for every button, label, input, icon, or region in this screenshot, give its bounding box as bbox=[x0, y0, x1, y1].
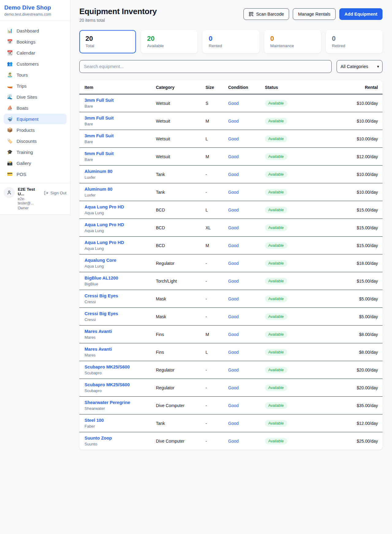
sidebar-item[interactable]: 🏷️ Discounts bbox=[4, 136, 66, 146]
add-equipment-label: Add Equipment bbox=[345, 12, 377, 17]
manage-rentals-label: Manage Rentals bbox=[298, 12, 330, 17]
condition-cell: Good bbox=[228, 222, 265, 234]
sign-out-button[interactable]: Sign Out bbox=[44, 191, 66, 195]
condition-link[interactable]: Good bbox=[228, 296, 239, 301]
add-equipment-button[interactable]: Add Equipment bbox=[339, 8, 383, 20]
stat-label: Total bbox=[85, 44, 130, 48]
table-row: Scubapro MK25/S600 Scubapro Regulator - … bbox=[79, 361, 383, 379]
sidebar-item-icon: 📊 bbox=[7, 28, 13, 33]
category-cell: Wetsuit bbox=[156, 133, 205, 145]
item-brand: Bare bbox=[85, 139, 156, 144]
condition-link[interactable]: Good bbox=[228, 119, 239, 124]
category-select[interactable]: All Categories bbox=[337, 60, 383, 73]
table-row: Aluminum 80 Luxfer Tank - Good Available… bbox=[79, 166, 383, 183]
sidebar-item[interactable]: 🌊 Dive Sites bbox=[4, 92, 66, 102]
item-name-link[interactable]: Aqua Lung Pro HD bbox=[85, 222, 156, 227]
item-cell: Mares Avanti Mares bbox=[79, 326, 156, 343]
category-cell: Wetsuit bbox=[156, 115, 205, 127]
condition-link[interactable]: Good bbox=[228, 368, 239, 372]
condition-link[interactable]: Good bbox=[228, 225, 239, 230]
status-badge: Available bbox=[265, 207, 287, 213]
brand-title[interactable]: Demo Dive Shop bbox=[4, 4, 66, 11]
stat-card[interactable]: 0 Maintenance bbox=[264, 30, 321, 53]
condition-link[interactable]: Good bbox=[228, 208, 239, 212]
table-row: 5mm Full Suit Bare Wetsuit M Good Availa… bbox=[79, 148, 383, 166]
item-name-link[interactable]: Aqualung Core bbox=[85, 258, 156, 263]
item-name-link[interactable]: Cressi Big Eyes bbox=[85, 311, 156, 316]
stat-value: 0 bbox=[209, 35, 253, 43]
sidebar-item[interactable]: 📦 Products bbox=[4, 125, 66, 135]
condition-link[interactable]: Good bbox=[228, 403, 239, 408]
search-input[interactable] bbox=[79, 60, 332, 73]
condition-link[interactable]: Good bbox=[228, 439, 239, 444]
item-name-link[interactable]: Steel 100 bbox=[85, 418, 156, 423]
condition-link[interactable]: Good bbox=[228, 101, 239, 106]
condition-cell: Good bbox=[228, 329, 265, 340]
sidebar-item[interactable]: 📅 Bookings bbox=[4, 36, 66, 47]
sidebar-item[interactable]: 📆 Calendar bbox=[4, 48, 66, 58]
item-name-link[interactable]: Aluminum 80 bbox=[85, 187, 156, 192]
condition-link[interactable]: Good bbox=[228, 261, 239, 266]
sidebar-item[interactable]: 💳 POS bbox=[4, 169, 66, 179]
sidebar-item[interactable]: 📊 Dashboard bbox=[4, 25, 66, 36]
avatar bbox=[4, 187, 15, 198]
item-name-link[interactable]: 3mm Full Suit bbox=[85, 98, 156, 103]
stat-card[interactable]: 0 Rented bbox=[202, 30, 259, 53]
sidebar-item[interactable]: 📸 Gallery bbox=[4, 158, 66, 168]
condition-link[interactable]: Good bbox=[228, 385, 239, 390]
stat-card[interactable]: 20 Available bbox=[141, 30, 198, 53]
sidebar-item[interactable]: 🎓 Training bbox=[4, 147, 66, 157]
item-name-link[interactable]: Scubapro MK25/S600 bbox=[85, 382, 156, 387]
rental-cell: $10.00/day bbox=[330, 133, 383, 145]
condition-link[interactable]: Good bbox=[228, 279, 239, 284]
item-cell: Aqua Lung Pro HD Aqua Lung bbox=[79, 219, 156, 236]
condition-link[interactable]: Good bbox=[228, 243, 239, 248]
item-name-link[interactable]: Aqua Lung Pro HD bbox=[85, 240, 156, 245]
sidebar-item[interactable]: 🏝️ Tours bbox=[4, 70, 66, 80]
sidebar-item-label: Bookings bbox=[17, 39, 36, 44]
sidebar-item[interactable]: 👥 Customers bbox=[4, 59, 66, 69]
item-brand: Scubapro bbox=[85, 388, 156, 393]
item-name-link[interactable]: Mares Avanti bbox=[85, 347, 156, 352]
condition-link[interactable]: Good bbox=[228, 136, 239, 141]
item-name-link[interactable]: 3mm Full Suit bbox=[85, 133, 156, 138]
table-row: Mares Avanti Mares Fins M Good Available… bbox=[79, 326, 383, 343]
status-badge: Available bbox=[265, 420, 287, 427]
sidebar-item[interactable]: 🚤 Trips bbox=[4, 81, 66, 91]
item-name-link[interactable]: Shearwater Peregrine bbox=[85, 400, 156, 405]
category-cell: Wetsuit bbox=[156, 97, 205, 109]
item-name-link[interactable]: Scubapro MK25/S600 bbox=[85, 364, 156, 369]
item-name-link[interactable]: 3mm Full Suit bbox=[85, 116, 156, 120]
category-cell: Tank bbox=[156, 186, 205, 198]
condition-link[interactable]: Good bbox=[228, 350, 239, 355]
condition-cell: Good bbox=[228, 293, 265, 305]
item-name-link[interactable]: 5mm Full Suit bbox=[85, 151, 156, 156]
item-name-link[interactable]: Aqua Lung Pro HD bbox=[85, 204, 156, 209]
stat-card[interactable]: 20 Total bbox=[79, 30, 136, 53]
sidebar-item[interactable]: ⛵ Boats bbox=[4, 103, 66, 113]
status-cell: Available bbox=[265, 363, 330, 377]
condition-link[interactable]: Good bbox=[228, 314, 239, 319]
condition-link[interactable]: Good bbox=[228, 190, 239, 195]
equipment-table: Item Category Size Condition Status Rent… bbox=[79, 80, 383, 450]
rental-cell: $15.00/day bbox=[330, 222, 383, 234]
condition-link[interactable]: Good bbox=[228, 332, 239, 337]
item-name-link[interactable]: BigBlue AL1200 bbox=[85, 276, 156, 280]
item-cell: Scubapro MK25/S600 Scubapro bbox=[79, 361, 156, 379]
item-name-link[interactable]: Aluminum 80 bbox=[85, 169, 156, 174]
manage-rentals-button[interactable]: Manage Rentals bbox=[293, 8, 336, 20]
condition-link[interactable]: Good bbox=[228, 154, 239, 159]
item-name-link[interactable]: Suunto Zoop bbox=[85, 436, 156, 441]
sidebar: Demo Dive Shop demo.test.divestreams.com… bbox=[0, 0, 70, 215]
sidebar-item[interactable]: 🤿 Equipment bbox=[4, 114, 66, 124]
condition-link[interactable]: Good bbox=[228, 172, 239, 177]
condition-link[interactable]: Good bbox=[228, 421, 239, 426]
item-name-link[interactable]: Mares Avanti bbox=[85, 329, 156, 334]
stat-card[interactable]: 0 Retired bbox=[326, 30, 383, 53]
item-name-link[interactable]: Cressi Big Eyes bbox=[85, 293, 156, 298]
table-row: 3mm Full Suit Bare Wetsuit S Good Availa… bbox=[79, 94, 383, 112]
sidebar-item-label: Gallery bbox=[17, 161, 31, 166]
scan-barcode-button[interactable]: Scan Barcode bbox=[243, 8, 289, 20]
item-brand: Cressi bbox=[85, 299, 156, 304]
status-cell: Available bbox=[265, 150, 330, 163]
